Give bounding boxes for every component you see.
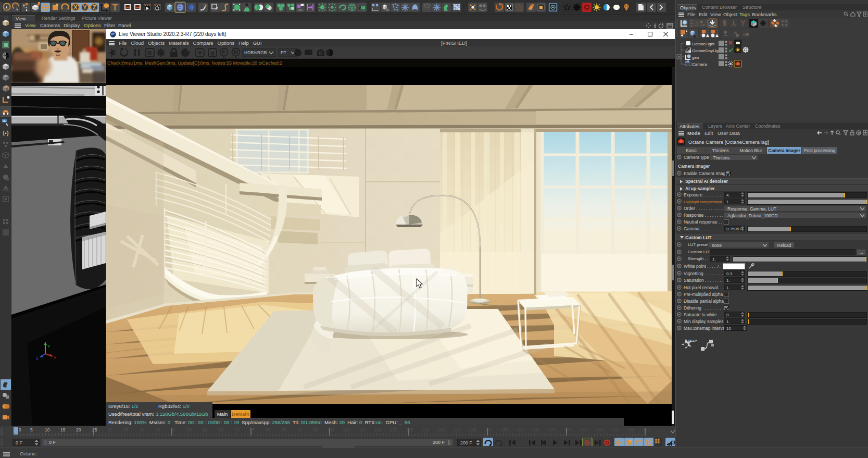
svg-text:70: 70: [234, 427, 240, 432]
svg-text:175: 175: [564, 427, 571, 432]
svg-text:100: 100: [327, 427, 334, 432]
svg-text:185: 185: [596, 427, 603, 432]
svg-text:150: 150: [485, 427, 492, 432]
svg-text:35: 35: [123, 427, 129, 432]
svg-text:95: 95: [313, 427, 318, 432]
svg-text:160: 160: [517, 427, 524, 432]
svg-text:135: 135: [437, 427, 445, 432]
svg-text:PT: PT: [281, 50, 286, 55]
svg-text:55: 55: [187, 427, 192, 432]
svg-text:110: 110: [359, 427, 366, 432]
svg-text:90: 90: [297, 427, 303, 432]
svg-text:60: 60: [203, 427, 208, 432]
svg-text:105: 105: [343, 427, 350, 432]
svg-text:40: 40: [140, 427, 145, 432]
svg-text:115: 115: [374, 427, 382, 432]
svg-text:0: 0: [19, 427, 21, 432]
svg-text:P: P: [647, 440, 650, 445]
svg-text:R: R: [148, 50, 152, 56]
svg-text:Z: Z: [36, 356, 39, 361]
svg-text:3D: 3D: [3, 119, 7, 122]
svg-text:165: 165: [532, 427, 539, 432]
svg-text:Y: Y: [47, 344, 51, 349]
svg-text:180: 180: [580, 427, 587, 432]
svg-text:F: F: [222, 49, 225, 55]
svg-text:190: 190: [611, 427, 619, 432]
svg-text:195: 195: [627, 427, 634, 432]
svg-text:145: 145: [469, 427, 476, 432]
svg-text:Y: Y: [83, 4, 87, 10]
svg-text:X: X: [73, 4, 78, 10]
svg-text:5: 5: [30, 427, 33, 432]
svg-text:geo: geo: [692, 55, 699, 60]
svg-text:30: 30: [108, 427, 113, 432]
svg-text:HELP: HELP: [688, 339, 697, 342]
svg-text:Camera: Camera: [692, 62, 707, 67]
svg-text:Z: Z: [93, 4, 96, 10]
svg-text:200: 200: [643, 427, 650, 432]
svg-text:OctaneLight: OctaneLight: [692, 42, 715, 46]
svg-text:155: 155: [501, 427, 508, 432]
svg-text:10: 10: [45, 427, 50, 432]
svg-text:140: 140: [454, 427, 461, 432]
svg-text:65: 65: [218, 427, 223, 432]
svg-text:X: X: [54, 355, 57, 360]
svg-text:20: 20: [76, 427, 81, 432]
svg-text:120: 120: [390, 427, 397, 432]
svg-text:M: M: [234, 49, 238, 55]
svg-text:85: 85: [282, 427, 287, 432]
svg-text:80: 80: [266, 427, 271, 432]
svg-text:45: 45: [155, 427, 160, 432]
svg-text:130: 130: [422, 427, 429, 432]
svg-text:15: 15: [60, 427, 66, 432]
svg-text:OctaneDayLight: OctaneDayLight: [692, 48, 722, 53]
svg-text:125: 125: [406, 427, 413, 432]
svg-text:HDR/sRGB: HDR/sRGB: [244, 50, 267, 55]
svg-text:170: 170: [548, 427, 556, 432]
